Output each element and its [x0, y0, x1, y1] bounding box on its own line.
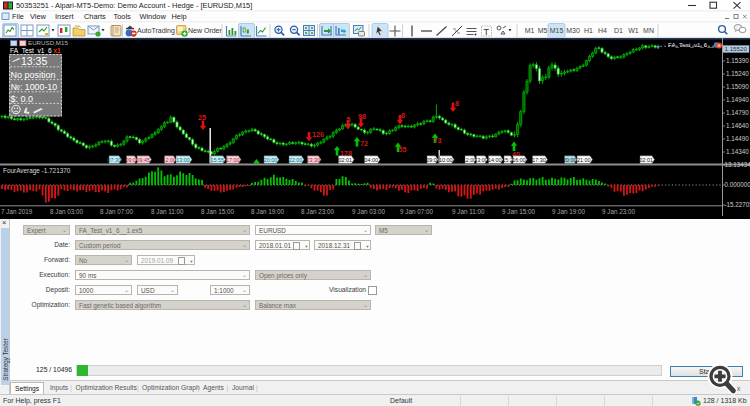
svg-text:20:00: 20:00	[264, 157, 278, 163]
svg-text:No position: No position	[11, 70, 56, 80]
svg-text:20:00: 20:00	[563, 157, 577, 163]
svg-text:Tools: Tools	[114, 12, 132, 21]
svg-text:17:30: 17:30	[532, 157, 546, 163]
svg-text:98: 98	[358, 112, 366, 121]
svg-text:8 Jan 03:00: 8 Jan 03:00	[50, 208, 83, 215]
svg-text:FA_Test_v1_6_: FA_Test_v1_6_	[10, 47, 56, 55]
svg-text:17:00: 17:00	[226, 157, 240, 163]
svg-text:09:45: 09:45	[136, 157, 150, 163]
svg-text:View: View	[30, 12, 47, 21]
svg-text:1.14940: 1.14940	[726, 96, 749, 103]
svg-text:Insert: Insert	[55, 12, 73, 21]
svg-text:Charts: Charts	[84, 12, 106, 21]
svg-text:9 Jan 15:00: 9 Jan 15:00	[502, 208, 535, 215]
svg-text:1.14790: 1.14790	[726, 109, 749, 116]
svg-text:M15: M15	[550, 27, 564, 34]
svg-text:13:00: 13:00	[474, 157, 488, 163]
svg-text:09:0: 09:0	[426, 157, 437, 163]
svg-text:10:00: 10:00	[439, 157, 453, 163]
svg-text:13:00: 13:00	[176, 157, 190, 163]
svg-text:22:00: 22:00	[289, 157, 303, 163]
svg-text:H1: H1	[584, 27, 593, 34]
svg-text:9 Jan 19:00: 9 Jan 19:00	[552, 208, 585, 215]
svg-text:FourAverage -1.721370: FourAverage -1.721370	[3, 167, 71, 175]
svg-text:-15.227056: -15.227056	[725, 201, 750, 208]
svg-text:FA_Test_v1_6__1: FA_Test_v1_6__1	[668, 41, 718, 48]
svg-text:02:01: 02:01	[338, 157, 352, 163]
svg-text:8: 8	[401, 111, 405, 120]
svg-text:$: 0.0: $: 0.0	[11, 94, 34, 104]
svg-text:x1: x1	[54, 47, 62, 54]
svg-text:13.134347: 13.134347	[725, 161, 750, 168]
svg-text:7 Jan 2019: 7 Jan 2019	[1, 208, 33, 215]
svg-text:New Order: New Order	[188, 27, 223, 34]
svg-text:8 Jan 15:00: 8 Jan 15:00	[201, 208, 234, 215]
svg-text:55: 55	[399, 145, 407, 154]
svg-text:Window: Window	[140, 12, 167, 21]
svg-text:02:01: 02:01	[639, 157, 653, 163]
svg-text:№: 1000-10: №: 1000-10	[11, 82, 58, 92]
svg-text:15:2: 15:2	[502, 157, 513, 163]
svg-text:M30: M30	[566, 27, 580, 34]
svg-text:H4: H4	[598, 27, 607, 34]
svg-text:16:00: 16:00	[512, 157, 526, 163]
svg-text:W1: W1	[628, 27, 639, 34]
svg-text:09:0: 09:0	[126, 157, 137, 163]
svg-text:5: 5	[347, 115, 351, 124]
svg-text:25: 25	[198, 113, 206, 122]
svg-text:M1: M1	[525, 27, 535, 34]
svg-text:13:35: 13:35	[21, 55, 47, 67]
svg-text:Help: Help	[172, 12, 187, 21]
svg-text:23:30: 23:30	[306, 157, 320, 163]
svg-text:8 Jan 11:00: 8 Jan 11:00	[151, 208, 184, 215]
svg-text:9 Jan 23:00: 9 Jan 23:00	[602, 208, 635, 215]
svg-text:07:30: 07:30	[107, 157, 121, 163]
svg-text:D1: D1	[614, 27, 623, 34]
svg-text:12:00: 12:00	[162, 157, 176, 163]
svg-text:1.14640: 1.14640	[726, 122, 749, 129]
svg-text:9 Jan 07:00: 9 Jan 07:00	[400, 208, 433, 215]
svg-text:9 Jan 11:00: 9 Jan 11:00	[452, 208, 485, 215]
svg-text:04:00: 04:00	[364, 157, 378, 163]
svg-text:EURUSD,M15: EURUSD,M15	[28, 39, 68, 46]
svg-text:MN: MN	[643, 27, 654, 34]
svg-text:1.15390: 1.15390	[726, 57, 749, 64]
svg-text:1.15520: 1.15520	[725, 45, 748, 52]
svg-text:14:00: 14:00	[488, 157, 502, 163]
svg-text:M5: M5	[538, 27, 548, 34]
svg-text:15:55: 15:55	[210, 157, 224, 163]
svg-text:8 Jan 07:00: 8 Jan 07:00	[100, 208, 133, 215]
svg-text:126: 126	[312, 130, 324, 139]
svg-text:0.000000: 0.000000	[725, 181, 750, 188]
svg-text:8 Jan 23:00: 8 Jan 23:00	[301, 208, 334, 215]
svg-text:1.15240: 1.15240	[726, 70, 749, 77]
svg-text:File: File	[12, 12, 24, 21]
svg-text:73: 73	[434, 136, 442, 145]
svg-text:21:00: 21:00	[577, 157, 591, 163]
svg-text:1.15090: 1.15090	[726, 83, 749, 90]
svg-text:1.14490: 1.14490	[726, 135, 749, 142]
svg-text:72: 72	[360, 139, 368, 148]
svg-text:50353251 - Alpari-MT5-Demo: De: 50353251 - Alpari-MT5-Demo: Demo Account…	[16, 1, 252, 10]
svg-text:1.14340: 1.14340	[726, 148, 749, 155]
svg-text:AutoTrading: AutoTrading	[137, 27, 175, 35]
svg-text:T: T	[484, 27, 490, 37]
svg-text:8: 8	[455, 99, 459, 108]
svg-text:9 Jan 03:00: 9 Jan 03:00	[352, 208, 385, 215]
svg-text:8 Jan 19:00: 8 Jan 19:00	[251, 208, 284, 215]
